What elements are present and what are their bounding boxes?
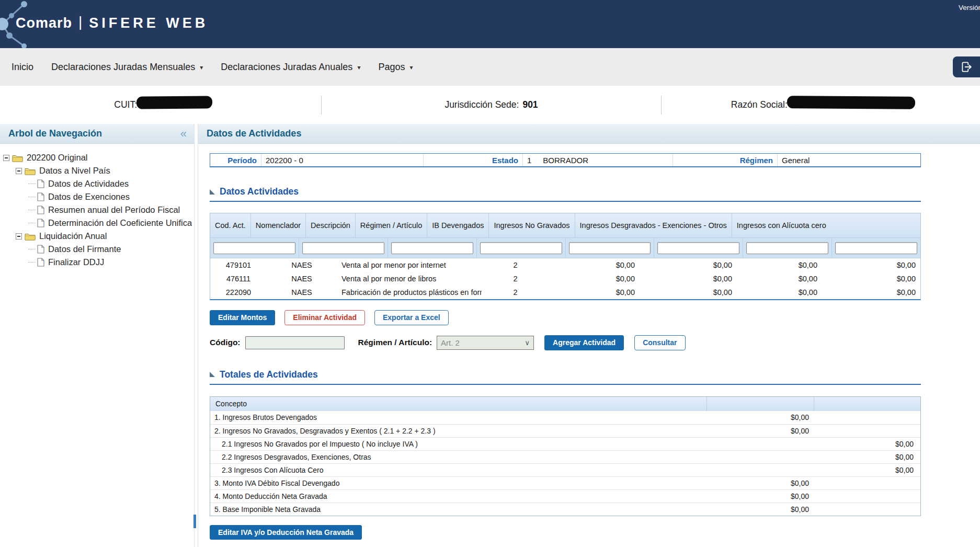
tree-item[interactable]: Datos de Actividades <box>0 177 194 190</box>
section-collapse-triangle-icon[interactable] <box>210 189 215 195</box>
version-label: Versión <box>959 4 980 12</box>
totals-body: 1. Ingresos Brutos Devengados $0,00 2. I… <box>210 411 920 516</box>
datos-actividades-section-header: Datos Actividades <box>210 186 921 202</box>
totals-row: 5. Base Imponible Neta Gravada $0,00 <box>210 503 920 516</box>
tree-item[interactable]: Datos de Exenciones <box>0 190 194 203</box>
menu-items: Inicio Declaraciones Juradas Mensuales ▾… <box>12 62 413 73</box>
activities-body: 479101 NAES Venta al por menor por inter… <box>210 258 920 299</box>
tree-item[interactable]: 202200 Original <box>0 151 194 164</box>
totals-row: 2.3 Ingresos Con Alícuota Cero $0,00 <box>210 463 920 476</box>
tree-item[interactable]: Datos del Firmante <box>0 243 194 256</box>
concepto-cell: 2. Ingresos No Gravados, Desgravados y E… <box>210 427 707 435</box>
jurisdiccion-label: Jurisdicción Sede: <box>445 99 519 110</box>
activity-row[interactable]: 222090 NAES Fabricación de productos plá… <box>210 286 920 299</box>
caret-down-icon: ▾ <box>200 64 203 71</box>
exportar-excel-button[interactable]: Exportar a Excel <box>374 310 449 325</box>
cuit-label: CUIT: <box>114 99 137 110</box>
brand-logo: Comarb|SIFERE WEB <box>16 15 208 31</box>
periodo-label: Período <box>210 154 261 166</box>
editar-montos-button[interactable]: Editar Montos <box>210 310 275 325</box>
codigo-input[interactable] <box>245 336 345 349</box>
cod-act-cell: 222090 <box>210 288 267 297</box>
main-menu-bar: Inicio Declaraciones Juradas Mensuales ▾… <box>0 48 980 86</box>
total-amount-cell: $0,00 <box>707 492 814 500</box>
navigation-tree: 202200 Original Datos a Nivel País <box>0 144 194 269</box>
agregar-actividad-button[interactable]: Agregar Actividad <box>544 335 624 350</box>
sidebar-title: Arbol de Navegación <box>8 128 102 139</box>
caret-down-icon: ▾ <box>409 64 413 71</box>
tree-item-label: Determinación del Coeficiente Unifica <box>48 218 192 228</box>
activity-row[interactable]: 476111 NAES Venta al por menor de libros… <box>210 272 920 286</box>
tree-item[interactable]: Datos a Nivel País <box>0 164 194 177</box>
collapse-sidebar-icon[interactable]: « <box>180 127 187 141</box>
regimen-articulo-select[interactable]: Art. 2 ∨ <box>437 336 534 350</box>
nomenclador-cell: NAES <box>267 261 337 269</box>
ingresos-no-gravados-cell: $0,00 <box>640 288 737 297</box>
collapse-minus-icon[interactable] <box>16 168 22 174</box>
column-filter-input[interactable] <box>657 242 739 254</box>
totals-row: 2. Ingresos No Gravados, Desgravados y E… <box>210 424 920 437</box>
menu-item[interactable]: Declaraciones Juradas Anuales ▾ <box>221 62 360 73</box>
collapse-minus-icon[interactable] <box>16 233 22 240</box>
regimen-value: General <box>778 154 920 166</box>
totals-col3-header <box>814 397 920 411</box>
totals-row: 2.1 Ingresos No Gravados por el Impuesto… <box>210 437 920 450</box>
tree-item-label: Datos del Firmante <box>48 244 121 254</box>
ingresos-alicuota-cero-cell: $0,00 <box>822 261 920 269</box>
periodo-value: 202200 - 0 <box>261 154 424 166</box>
brand-separator: | <box>78 14 83 30</box>
totals-row: 2.2 Ingresos Desgravados, Exenciones, Ot… <box>210 450 920 463</box>
totals-row: 4. Monto Deducción Neta Gravada $0,00 <box>210 489 920 503</box>
column-filter-input[interactable] <box>746 242 828 254</box>
ib-devengados-cell: $0,00 <box>549 275 640 283</box>
tree-item[interactable]: Resumen anual del Período Fiscal <box>0 203 194 216</box>
column-filter-input[interactable] <box>302 242 384 254</box>
consultar-button[interactable]: Consultar <box>634 335 685 350</box>
tree-item[interactable]: Finalizar DDJJ <box>0 256 194 269</box>
tree-item[interactable]: Determinación del Coeficiente Unifica <box>0 216 194 230</box>
brand-right: SIFERE WEB <box>89 15 208 31</box>
menu-item[interactable]: Inicio <box>12 62 33 73</box>
activity-row[interactable]: 479101 NAES Venta al por menor por inter… <box>210 258 920 272</box>
regimen-articulo-cell: 2 <box>482 275 549 283</box>
activities-table: Cod. Act. Nomenclador Descripción Régime… <box>210 213 921 300</box>
concepto-cell: 4. Monto Deducción Neta Gravada <box>210 492 707 500</box>
menu-item[interactable]: Pagos ▾ <box>378 62 413 73</box>
ingresos-desgravados-cell: $0,00 <box>737 275 822 283</box>
tree-item-label: Datos a Nivel País <box>39 166 110 176</box>
section-collapse-triangle-icon[interactable] <box>210 372 215 377</box>
ib-devengados-cell: $0,00 <box>549 261 640 269</box>
eliminar-actividad-button[interactable]: Eliminar Actividad <box>284 310 365 325</box>
totales-title: Totales de Actividades <box>220 369 318 380</box>
brand-left: Comarb <box>16 15 72 31</box>
menu-item[interactable]: Declaraciones Juradas Mensuales ▾ <box>51 62 203 73</box>
totals-header-row: Concepto <box>210 397 920 411</box>
splitter-handle[interactable] <box>193 515 196 528</box>
estado-label: Estado <box>424 154 523 166</box>
filter-cell <box>654 238 743 258</box>
regimen-label: Régimen <box>673 154 778 166</box>
column-header: IB Devengados <box>427 213 489 237</box>
filter-cell <box>388 238 477 258</box>
estado-number: 1 <box>527 156 531 165</box>
collapse-minus-icon[interactable] <box>3 155 9 161</box>
logout-button[interactable] <box>953 56 980 77</box>
main-content: Período 202200 - 0 Estado 1 BORRADOR Rég… <box>198 153 980 540</box>
estado-text: BORRADOR <box>543 156 588 165</box>
column-filter-input[interactable] <box>480 242 562 254</box>
column-header: Ingresos con Alícuota cero <box>732 213 831 237</box>
editar-iva-button[interactable]: Editar IVA y/o Deducción Neta Gravada <box>210 525 362 540</box>
totals-row: 1. Ingresos Brutos Devengados $0,00 <box>210 411 920 424</box>
ib-devengados-cell: $0,00 <box>549 288 640 297</box>
regimen-articulo-cell: 2 <box>482 288 549 297</box>
filter-cell <box>477 238 566 258</box>
total-amount-cell: $0,00 <box>707 479 814 487</box>
column-header: Ingresos Desgravados - Exenciones - Otro… <box>575 213 732 237</box>
column-filter-input[interactable] <box>569 242 651 254</box>
add-activity-form: Código: Régimen / Artículo: Art. 2 ∨ Agr… <box>210 335 980 350</box>
column-filter-input[interactable] <box>391 242 473 254</box>
regimen-articulo-label: Régimen / Artículo: <box>358 338 432 347</box>
column-filter-input[interactable] <box>213 242 295 254</box>
tree-item[interactable]: Liquidación Anual <box>0 230 194 243</box>
column-filter-input[interactable] <box>835 242 917 254</box>
